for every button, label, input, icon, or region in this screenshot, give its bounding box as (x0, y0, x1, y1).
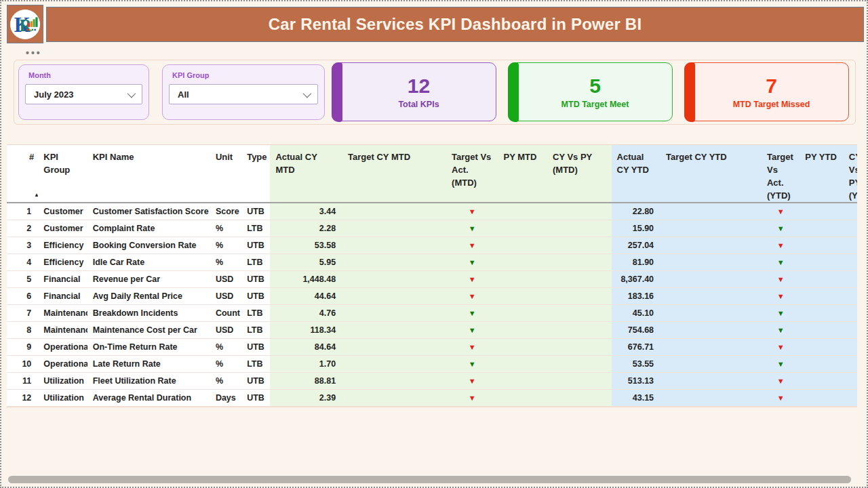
cell-kpi-name: Fleet Utilization Rate (87, 372, 210, 389)
month-dropdown[interactable]: July 2023 (25, 84, 142, 104)
col-header-index[interactable]: # ▲ (7, 145, 38, 203)
table-row[interactable]: 4 Efficiency Idle Car Rate % LTB 5.95 ▼ … (7, 253, 857, 270)
cell-py-mtd (498, 270, 547, 287)
cell-cy-vs-py-ytd (845, 270, 857, 287)
table-row[interactable]: 2 Customer Complaint Rate % LTB 2.28 ▼ 1… (7, 220, 857, 237)
cell-cy-vs-py-mtd (547, 237, 612, 253)
cell-cy-vs-py-mtd (547, 253, 612, 270)
table-row[interactable]: 11 Utilization Fleet Utilization Rate % … (7, 372, 857, 389)
down-arrow-green-icon: ▼ (469, 360, 476, 368)
down-arrow-green-icon: ▼ (777, 326, 785, 334)
cell-py-mtd (498, 389, 547, 406)
cell-py-mtd (498, 372, 547, 389)
cell-kpi-group: Efficiency (38, 253, 87, 270)
mtd-target-missed-value: 7 (766, 75, 777, 97)
cell-cy-vs-py-ytd (845, 304, 857, 321)
col-header-unit[interactable]: Unit (210, 145, 241, 203)
table-row[interactable]: 3 Efficiency Booking Conversion Rate % U… (7, 237, 857, 253)
cell-kpi-group: Customer (38, 203, 87, 220)
more-options-icon[interactable]: ••• (26, 47, 42, 58)
cell-py-ytd (800, 237, 844, 253)
cell-actual-cy-ytd: 22.80 (612, 203, 660, 220)
col-header-type[interactable]: Type (241, 145, 270, 203)
cell-py-mtd (498, 321, 547, 338)
col-header-kpi-name[interactable]: KPI Name (87, 145, 210, 203)
down-arrow-green-icon: ▼ (777, 224, 785, 232)
col-header-actual-cy-mtd[interactable]: Actual CY MTD (270, 145, 342, 203)
cell-cy-vs-py-ytd (845, 321, 857, 338)
cell-cy-vs-py-mtd (547, 287, 612, 304)
mtd-target-missed-card[interactable]: 7 MTD Target Missed (684, 62, 849, 121)
col-header-cy-vs-py-mtd[interactable]: CY Vs PY (MTD) (547, 145, 612, 203)
cell-kpi-group: Operational (38, 338, 87, 355)
col-header-kpi-group[interactable]: KPI Group (38, 145, 87, 203)
cell-type: UTB (241, 270, 270, 287)
cell-kpi-group: Utilization (38, 372, 87, 389)
cell-cy-vs-py-mtd (547, 338, 612, 355)
cell-cy-vs-py-mtd (547, 270, 612, 287)
cell-actual-cy-mtd: 1,448.48 (270, 270, 342, 287)
row-index: 2 (7, 220, 38, 237)
cell-target-vs-act-ytd: ▼ (762, 372, 800, 389)
col-header-py-mtd[interactable]: PY MTD (498, 145, 547, 203)
cell-target-vs-act-ytd: ▼ (762, 304, 800, 321)
cell-kpi-name: On-Time Return Rate (87, 338, 210, 355)
cell-cy-vs-py-mtd (547, 355, 612, 372)
table-row[interactable]: 8 Maintenance Maintenance Cost per Car U… (7, 321, 857, 338)
cell-target-vs-act-mtd: ▼ (446, 321, 498, 338)
cell-type: UTB (241, 338, 270, 355)
table-row[interactable]: 1 Customer Customer Satisfaction Score S… (7, 203, 857, 220)
table-row[interactable]: 12 Utilization Average Rental Duration D… (7, 389, 857, 406)
kpi-group-dropdown[interactable]: All (169, 84, 318, 104)
down-arrow-red-icon: ▼ (777, 343, 785, 351)
col-header-target-cy-ytd[interactable]: Target CY YTD (660, 145, 762, 203)
horizontal-scrollbar[interactable] (8, 476, 851, 483)
mtd-target-meet-value: 5 (589, 75, 601, 97)
cell-target-vs-act-ytd: ▼ (762, 253, 800, 270)
table-row[interactable]: 7 Maintenance Breakdown Incidents Count … (7, 304, 857, 321)
cell-py-ytd (800, 220, 844, 237)
down-arrow-red-icon: ▼ (777, 275, 785, 283)
mtd-target-meet-card[interactable]: 5 MTD Target Meet (508, 62, 673, 121)
cell-target-cy-mtd (342, 304, 446, 321)
table-row[interactable]: 9 Operational On-Time Return Rate % UTB … (7, 338, 857, 355)
cell-py-ytd (800, 355, 844, 372)
cell-target-cy-mtd (342, 338, 446, 355)
cell-type: LTB (241, 304, 270, 321)
cell-cy-vs-py-ytd (845, 372, 857, 389)
down-arrow-red-icon: ▼ (469, 207, 476, 216)
col-header-target-vs-act-ytd[interactable]: Target Vs Act. (YTD) (762, 145, 800, 203)
row-index: 12 (7, 389, 38, 406)
col-header-target-cy-mtd[interactable]: Target CY MTD (342, 145, 446, 203)
cell-target-vs-act-mtd: ▼ (446, 203, 498, 220)
table-row[interactable]: 5 Financial Revenue per Car USD UTB 1,44… (7, 270, 857, 287)
cell-unit: % (210, 355, 241, 372)
down-arrow-green-icon: ▼ (469, 224, 476, 232)
cell-py-mtd (498, 355, 547, 372)
kr-analytics-logo-icon: K R (9, 9, 41, 40)
col-header-target-vs-act-mtd[interactable]: Target Vs Act. (MTD) (446, 145, 498, 203)
title-bar: Car Rental Services KPI Dashboard in Pow… (46, 7, 864, 42)
cell-py-mtd (498, 237, 547, 253)
cell-target-vs-act-mtd: ▼ (446, 237, 498, 253)
cell-actual-cy-ytd: 8,367.40 (612, 270, 660, 287)
col-header-py-ytd[interactable]: PY YTD (800, 145, 844, 203)
cell-actual-cy-ytd: 15.90 (612, 220, 660, 237)
cell-py-ytd (800, 389, 844, 406)
cell-kpi-group: Operational (38, 355, 87, 372)
card-accent-bar (332, 62, 342, 122)
down-arrow-red-icon: ▼ (469, 343, 476, 351)
table-row[interactable]: 6 Financial Avg Daily Rental Price USD U… (7, 287, 857, 304)
col-header-actual-cy-ytd[interactable]: Actual CY YTD (612, 145, 660, 203)
cell-type: LTB (241, 220, 270, 237)
cell-cy-vs-py-mtd (547, 304, 612, 321)
down-arrow-red-icon: ▼ (469, 394, 476, 402)
total-kpis-card[interactable]: 12 Total KPIs (332, 62, 496, 121)
cell-target-cy-mtd (342, 220, 446, 237)
table-row[interactable]: 10 Operational Late Return Rate % LTB 1.… (7, 355, 857, 372)
cell-actual-cy-ytd: 43.15 (612, 389, 660, 406)
col-header-cy-vs-py-ytd[interactable]: CY Vs PY (YTD) (845, 145, 857, 203)
cell-actual-cy-ytd: 676.71 (612, 338, 660, 355)
dashboard-page: K R Car Rental Services KPI Dashboard in… (0, 0, 868, 488)
cell-cy-vs-py-mtd (547, 372, 612, 389)
